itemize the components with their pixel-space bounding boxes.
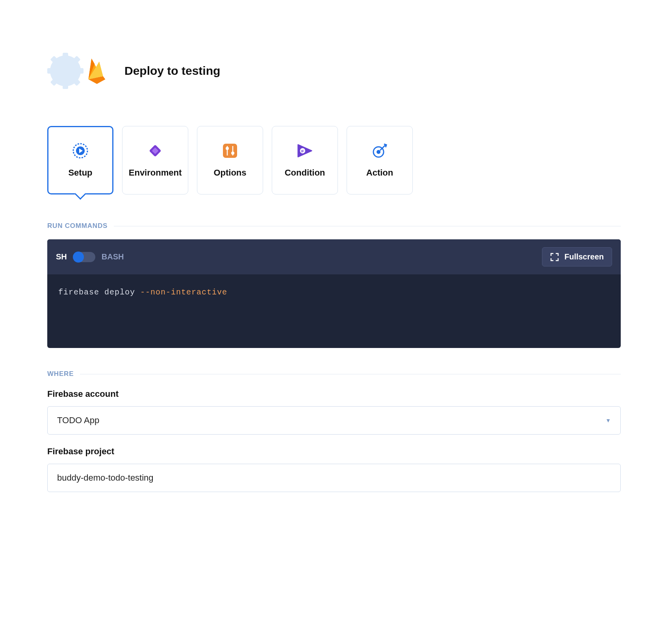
tab-label: Options	[213, 168, 246, 178]
firebase-project-value: buddy-demo-todo-testing	[57, 473, 154, 483]
tab-label: Action	[366, 168, 393, 178]
tab-bar: Setup Environment Options	[47, 126, 621, 194]
condition-play-icon: IF	[297, 142, 313, 159]
svg-rect-13	[223, 144, 237, 158]
tab-action[interactable]: Action	[347, 126, 413, 194]
gear-icon	[47, 39, 84, 102]
environment-diamond-icon	[147, 142, 163, 159]
section-run-commands-label: RUN COMMANDS	[47, 222, 621, 230]
firebase-project-field: Firebase project buddy-demo-todo-testing	[47, 446, 621, 492]
firebase-account-label: Firebase account	[47, 389, 621, 399]
fullscreen-button[interactable]: Fullscreen	[542, 247, 612, 266]
shell-bash-label[interactable]: BASH	[102, 252, 124, 261]
code-flag: --non-interactive	[140, 288, 227, 297]
tab-label: Environment	[129, 168, 182, 178]
page-title: Deploy to testing	[124, 64, 220, 78]
code-editor: SH BASH Fullscreen firebase deploy --non…	[47, 239, 621, 348]
svg-rect-2	[63, 83, 68, 89]
tab-condition[interactable]: IF Condition	[272, 126, 338, 194]
code-text: firebase deploy	[58, 288, 140, 297]
toggle-knob	[73, 252, 84, 263]
action-icon-badge	[47, 39, 110, 102]
page-header: Deploy to testing	[47, 39, 621, 102]
firebase-project-label: Firebase project	[47, 446, 621, 457]
action-target-icon	[371, 142, 388, 159]
svg-point-16	[226, 147, 229, 150]
fullscreen-icon	[550, 253, 559, 261]
setup-gear-icon	[72, 142, 89, 159]
tab-setup[interactable]: Setup	[47, 126, 113, 194]
firebase-account-select[interactable]: TODO App ▼	[47, 406, 621, 435]
section-where-label: WHERE	[47, 370, 621, 378]
tab-options[interactable]: Options	[197, 126, 263, 194]
firebase-account-field: Firebase account TODO App ▼	[47, 389, 621, 435]
firebase-account-value: TODO App	[57, 415, 99, 426]
svg-point-17	[231, 152, 234, 155]
tab-label: Setup	[68, 168, 92, 178]
svg-point-21	[377, 150, 380, 154]
svg-rect-1	[63, 53, 68, 59]
options-sliders-icon	[222, 142, 238, 159]
svg-text:IF: IF	[301, 149, 304, 153]
firebase-icon	[85, 56, 109, 86]
tab-label: Condition	[285, 168, 325, 178]
svg-rect-3	[47, 68, 53, 74]
shell-switch: SH BASH	[56, 252, 124, 262]
code-editor-header: SH BASH Fullscreen	[47, 239, 621, 274]
svg-rect-4	[78, 68, 84, 74]
tab-environment[interactable]: Environment	[122, 126, 188, 194]
shell-sh-label[interactable]: SH	[56, 252, 67, 261]
code-body[interactable]: firebase deploy --non-interactive	[47, 274, 621, 348]
firebase-project-input[interactable]: buddy-demo-todo-testing	[47, 464, 621, 492]
chevron-down-icon: ▼	[605, 417, 611, 424]
shell-toggle[interactable]	[73, 252, 95, 262]
fullscreen-label: Fullscreen	[564, 252, 604, 261]
